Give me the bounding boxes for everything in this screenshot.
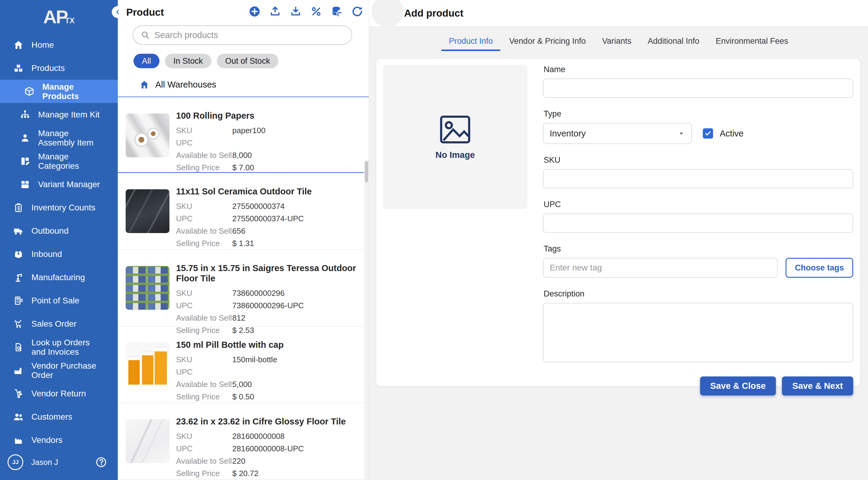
product-form: Name Type Inventory Active SKU UPC bbox=[543, 65, 853, 380]
sidebar-item[interactable]: Inventory Counts bbox=[0, 196, 118, 219]
toolbar-button[interactable] bbox=[310, 5, 323, 18]
sidebar-item[interactable]: Manage Categories bbox=[0, 150, 118, 173]
sidebar-item[interactable]: Manage Item Kit bbox=[0, 103, 118, 126]
avatar[interactable]: JJ bbox=[7, 454, 23, 470]
sidebar-item[interactable]: Inbound bbox=[0, 243, 118, 266]
description-field[interactable] bbox=[543, 303, 853, 362]
type-select[interactable]: Inventory bbox=[543, 123, 692, 144]
product-name: 23.62 in x 23.62 in Cifre Glossy Floor T… bbox=[176, 416, 357, 426]
detail-tab[interactable]: Variants bbox=[594, 31, 639, 51]
available-value: 220 bbox=[232, 455, 357, 467]
sidebar-item[interactable]: Look up Orders and Invoices bbox=[0, 335, 118, 359]
save-close-button[interactable]: Save & Close bbox=[700, 377, 776, 395]
name-field[interactable] bbox=[543, 78, 853, 98]
price-value: $ 7.00 bbox=[232, 161, 357, 174]
sidebar-item[interactable]: Vendors bbox=[0, 428, 118, 449]
product-row[interactable]: 23.62 in x 23.62 in Cifre Glossy Floor T… bbox=[118, 403, 369, 480]
sidebar-collapse-button[interactable] bbox=[112, 6, 124, 18]
sku-label: SKU bbox=[176, 353, 232, 366]
type-select-value: Inventory bbox=[550, 129, 586, 138]
scrollbar-track[interactable] bbox=[364, 160, 369, 480]
sidebar-item[interactable]: Home bbox=[0, 33, 118, 57]
chevron-left-icon bbox=[115, 9, 121, 15]
toolbar-button[interactable] bbox=[330, 5, 343, 18]
upc-label: UPC bbox=[176, 443, 232, 455]
sidebar-item-label: Variant Manager bbox=[38, 180, 100, 189]
product-list-panel: Product bbox=[118, 0, 369, 480]
available-value: 5,000 bbox=[232, 378, 357, 391]
sidebar-item[interactable]: Manage Products bbox=[0, 80, 118, 103]
toolbar-button[interactable] bbox=[269, 5, 282, 18]
name-label: Name bbox=[544, 65, 853, 74]
sidebar-item-label: Vendor Purchase Order bbox=[31, 361, 96, 380]
sidebar-item[interactable]: Sales Order bbox=[0, 312, 118, 335]
filter-chip[interactable]: All bbox=[133, 54, 159, 68]
product-row[interactable]: 15.75 in x 15.75 in Saigres Teressa Outd… bbox=[118, 250, 369, 326]
price-label: Selling Price bbox=[176, 161, 232, 174]
product-name: 15.75 in x 15.75 in Saigres Teressa Outd… bbox=[176, 263, 357, 284]
image-placeholder-icon bbox=[437, 114, 473, 145]
sidebar-item[interactable]: Manage Assembly Item bbox=[0, 126, 118, 150]
upc-label: UPC bbox=[176, 213, 232, 225]
product-row[interactable]: 11x11 Sol Ceramica Outdoor Tile SKU 2755… bbox=[118, 173, 369, 250]
detail-title: Add product bbox=[404, 7, 463, 19]
sku-label: SKU bbox=[176, 200, 232, 213]
warehouse-label: All Warehouses bbox=[155, 80, 216, 90]
caret-down-icon bbox=[677, 129, 685, 137]
search-input[interactable] bbox=[154, 30, 344, 40]
sidebar-item-icon bbox=[24, 86, 34, 97]
sidebar-item-label: Look up Orders and Invoices bbox=[31, 338, 96, 356]
save-next-button[interactable]: Save & Next bbox=[782, 377, 853, 395]
sidebar-item-label: Sales Order bbox=[31, 319, 76, 328]
detail-tab[interactable]: Additional Info bbox=[640, 31, 708, 51]
sku-label: SKU bbox=[176, 287, 232, 299]
sidebar-item[interactable]: Manufacturing bbox=[0, 266, 118, 289]
sidebar-nav: Home Products Manage Products Manage Ite… bbox=[0, 33, 118, 449]
sku-field[interactable] bbox=[543, 169, 853, 188]
toolbar bbox=[248, 5, 364, 18]
filter-chip[interactable]: Out of Stock bbox=[217, 54, 279, 68]
help-button[interactable] bbox=[95, 456, 107, 468]
product-info: 15.75 in x 15.75 in Saigres Teressa Outd… bbox=[176, 263, 357, 337]
sidebar-item[interactable]: Vendor Purchase Order bbox=[0, 359, 118, 382]
detail-tab[interactable]: Product Info bbox=[441, 31, 501, 51]
product-thumbnail bbox=[126, 114, 169, 157]
sidebar-item-label: Home bbox=[31, 40, 54, 50]
sidebar-item-icon bbox=[13, 272, 24, 283]
choose-tags-button[interactable]: Choose tags bbox=[785, 258, 853, 278]
upc-value bbox=[232, 137, 357, 149]
toolbar-icon bbox=[290, 5, 302, 18]
toolbar-button[interactable] bbox=[351, 5, 364, 18]
sidebar-item-label: Inbound bbox=[31, 249, 62, 259]
warehouse-selector[interactable]: All Warehouses bbox=[140, 80, 360, 90]
sidebar-item[interactable]: Customers bbox=[0, 405, 118, 428]
image-upload-placeholder[interactable]: No Image bbox=[383, 65, 527, 209]
sidebar-item-icon bbox=[13, 435, 24, 445]
product-row[interactable]: 150 ml Pill Bottle with cap SKU 150mil-b… bbox=[118, 326, 369, 403]
sidebar-item[interactable]: Vendor Return bbox=[0, 382, 118, 405]
sidebar-item[interactable]: Outbound bbox=[0, 219, 118, 243]
sidebar-item-icon bbox=[13, 226, 24, 236]
toolbar-icon bbox=[269, 5, 281, 18]
sidebar-item[interactable]: Point of Sale bbox=[0, 289, 118, 312]
detail-tab[interactable]: Vendor & Pricing Info bbox=[501, 31, 594, 51]
sku-value: paper100 bbox=[232, 124, 357, 137]
product-thumbnail bbox=[126, 266, 169, 310]
sku-label: SKU bbox=[176, 430, 232, 443]
detail-tab[interactable]: Environmental Fees bbox=[708, 31, 797, 51]
product-info: 100 Rolling Papers SKU paper100 UPC Avai… bbox=[176, 110, 357, 174]
sidebar-item-label: Manufacturing bbox=[31, 273, 85, 282]
sidebar-item[interactable]: Variant Manager bbox=[0, 173, 118, 196]
sidebar-item-label: Inventory Counts bbox=[31, 203, 95, 212]
sidebar-item-icon bbox=[13, 412, 24, 422]
scrollbar-thumb[interactable] bbox=[365, 161, 368, 182]
filter-chip[interactable]: In Stock bbox=[165, 54, 211, 68]
toolbar-icon bbox=[249, 5, 261, 18]
sidebar-item[interactable]: Products bbox=[0, 57, 118, 80]
product-row[interactable]: 100 Rolling Papers SKU paper100 UPC Avai… bbox=[118, 96, 369, 173]
toolbar-button[interactable] bbox=[289, 5, 302, 18]
active-checkbox[interactable] bbox=[703, 128, 713, 138]
toolbar-button[interactable] bbox=[248, 5, 261, 18]
upc-field[interactable] bbox=[543, 214, 853, 233]
tag-input[interactable] bbox=[543, 258, 778, 278]
